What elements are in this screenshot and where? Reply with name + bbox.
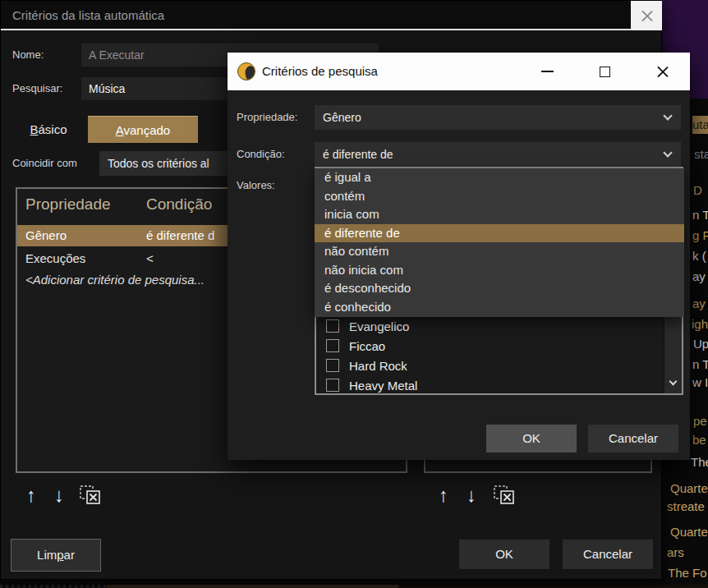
nome-label: Nome: xyxy=(12,44,44,67)
background-track-fragment: streate xyxy=(667,498,705,515)
criteria-condition: < xyxy=(146,249,154,269)
column-header-condicao: Condição xyxy=(146,195,212,214)
value-item-label: Hard Rock xyxy=(349,356,407,376)
condition-option[interactable]: é igual a xyxy=(315,168,684,187)
delete-selection-icon xyxy=(80,485,101,505)
close-button[interactable] xyxy=(651,53,674,90)
autolist-dialog-title: Critérios da lista automática xyxy=(12,1,164,30)
condition-option[interactable]: não inicia com xyxy=(315,261,684,280)
move-down-button[interactable] xyxy=(47,483,71,508)
criteria-property: Execuções xyxy=(25,249,85,269)
close-button[interactable] xyxy=(631,1,662,30)
move-down-button-2[interactable] xyxy=(459,483,484,508)
checkbox-icon[interactable] xyxy=(326,339,339,352)
move-up-button-2[interactable] xyxy=(431,483,456,508)
background-track-fragment: g F xyxy=(692,227,708,244)
ok-button[interactable]: OK xyxy=(459,540,549,569)
background-track-fragment: pe xyxy=(693,413,707,430)
tab-basico[interactable]: Básico xyxy=(9,116,88,143)
add-criteria-label: <Adicionar critério de pesquisa... xyxy=(25,270,205,290)
background-track-fragment: ars xyxy=(667,544,684,561)
value-item-label: Evangelico xyxy=(349,317,409,337)
propriedade-select[interactable]: Gênero xyxy=(315,105,681,130)
background-track-fragment: Up xyxy=(693,336,708,352)
propriedade-value: Gênero xyxy=(323,111,361,124)
background-bottom-sliver-2 xyxy=(107,585,398,588)
background-track-fragment: be xyxy=(692,432,706,448)
value-item[interactable]: Heavy Metal xyxy=(316,376,682,396)
search-dialog-titlebar[interactable]: Critérios de pesquisa xyxy=(228,53,690,90)
ok-button[interactable]: OK xyxy=(486,425,577,452)
background-track-fragment: w I xyxy=(692,374,708,391)
background-track-fragment: Quarte xyxy=(670,524,708,540)
condicao-label: Condição: xyxy=(237,142,285,167)
tab-avancado[interactable]: Avançado xyxy=(88,116,198,143)
condicao-dropdown-list[interactable]: é igual a contém inicia com é diferente … xyxy=(315,168,684,317)
background-track-fragment: ay xyxy=(692,296,706,312)
search-criteria-dialog: Critérios de pesquisa Propriedade: Gêner… xyxy=(228,53,690,460)
close-icon xyxy=(641,10,653,22)
background-track-fragment: n T xyxy=(692,356,708,373)
chevron-down-icon xyxy=(663,148,672,157)
limpar-button[interactable]: Limpar xyxy=(11,539,101,572)
value-item-label: Heavy Metal xyxy=(349,376,417,396)
maximize-icon xyxy=(600,67,610,77)
condition-option[interactable]: é conhecido xyxy=(315,298,684,317)
condition-option[interactable]: contém xyxy=(315,187,684,206)
move-up-button[interactable] xyxy=(19,483,44,508)
delete-selection-icon xyxy=(494,485,515,505)
scrollbar-down-icon xyxy=(669,377,678,385)
background-track-fragment: The xyxy=(691,454,708,471)
condition-option-selected[interactable]: é diferente de xyxy=(315,224,684,243)
mediamonkey-logo-icon xyxy=(237,62,255,80)
scroll-down-button[interactable] xyxy=(664,372,682,393)
column-header-propriedade: Propriedade xyxy=(25,195,111,214)
background-track-fragment: igh xyxy=(692,316,708,333)
value-item[interactable]: Hard Rock xyxy=(316,356,682,376)
screen: uta sta D n T g F k ( ay ay igh Up n T w… xyxy=(0,0,708,588)
propriedade-label: Propriedade: xyxy=(237,105,297,130)
condicao-select[interactable]: é diferente de xyxy=(315,142,681,167)
background-bottom-sliver-3 xyxy=(398,585,708,588)
cancel-button[interactable]: Cancelar xyxy=(588,425,678,452)
delete-criteria-button[interactable] xyxy=(80,485,101,505)
background-track-fragment: Quarte xyxy=(670,480,708,497)
checkbox-icon[interactable] xyxy=(326,379,339,392)
chevron-down-icon xyxy=(663,111,672,120)
checkbox-icon[interactable] xyxy=(326,359,339,372)
value-item[interactable]: Evangelico xyxy=(316,317,682,337)
cancel-button[interactable]: Cancelar xyxy=(563,540,653,569)
coincidir-label: Coincidir com xyxy=(12,151,77,176)
criteria-property: Gênero xyxy=(25,225,67,246)
background-track-fragment: n T xyxy=(692,207,708,223)
search-dialog-title: Critérios de pesquisa xyxy=(262,53,378,90)
valores-label: Valores: xyxy=(237,177,275,194)
close-icon xyxy=(656,66,669,78)
background-track-fragment: The Fo xyxy=(668,565,707,581)
minimize-button[interactable] xyxy=(536,53,559,90)
condition-option[interactable]: é desconhecido xyxy=(315,279,684,298)
condition-option[interactable]: não contém xyxy=(315,242,684,261)
background-selected-item-fragment: uta xyxy=(692,116,708,134)
background-bottom-sliver xyxy=(0,585,107,588)
autolist-dialog-titlebar[interactable]: Critérios da lista automática xyxy=(1,1,661,30)
value-item-label: Ficcao xyxy=(349,337,385,356)
delete-criteria-button-2[interactable] xyxy=(494,485,515,505)
criteria-condition: é diferente d xyxy=(146,225,214,246)
background-track-fragment: k ( xyxy=(692,248,706,264)
minimize-icon xyxy=(541,71,554,72)
checkbox-icon[interactable] xyxy=(326,319,339,333)
background-track-fragment: D xyxy=(693,182,702,199)
maximize-button[interactable] xyxy=(593,53,616,90)
pesquisar-label: Pesquisar: xyxy=(12,77,62,100)
background-track-fragment: sta xyxy=(694,146,708,163)
background-track-fragment: ay xyxy=(692,269,706,285)
condicao-value: é diferente de xyxy=(323,148,393,161)
value-item[interactable]: Ficcao xyxy=(316,337,682,356)
condition-option[interactable]: inicia com xyxy=(315,205,684,224)
